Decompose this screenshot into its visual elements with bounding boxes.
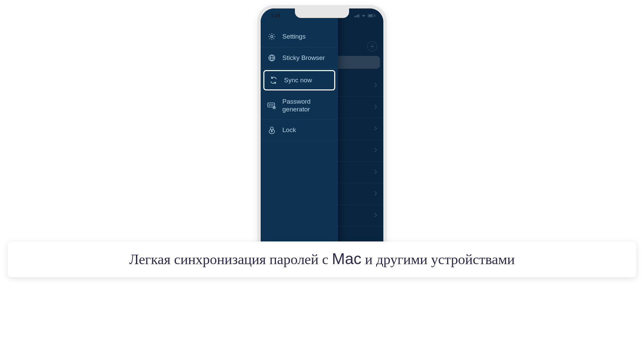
phone-notch <box>295 8 349 18</box>
caption-text-after: и другими устройствами <box>361 252 515 267</box>
chevron-right-icon <box>374 147 377 154</box>
caption-text-before: Легкая синхронизация паролей с <box>129 252 332 267</box>
svg-rect-2 <box>357 15 358 17</box>
chevron-right-icon <box>374 212 377 219</box>
svg-point-15 <box>271 130 272 131</box>
phone-frame: 1:28 <box>257 5 387 269</box>
status-indicators <box>354 14 375 18</box>
svg-point-12 <box>273 105 273 105</box>
sidebar-item-label: Password generator <box>282 98 333 113</box>
chevron-right-icon <box>374 191 377 197</box>
lock-icon <box>267 126 276 135</box>
sidebar-item-sync-now[interactable]: Sync now <box>263 70 335 90</box>
sidebar-item-password-generator[interactable]: Password generator <box>261 92 338 120</box>
svg-point-11 <box>271 105 271 105</box>
chevron-right-icon <box>374 82 377 89</box>
battery-icon <box>368 14 375 18</box>
caption-card: Легкая синхронизация паролей с Mac и дру… <box>7 241 637 277</box>
status-time: 1:28 <box>271 13 280 18</box>
plus-icon <box>370 44 375 49</box>
svg-rect-5 <box>368 15 373 17</box>
sidebar-item-label: Sync now <box>284 77 312 84</box>
svg-rect-0 <box>354 16 355 17</box>
svg-point-10 <box>269 105 270 105</box>
add-button[interactable] <box>367 41 377 51</box>
gear-icon <box>267 32 276 41</box>
password-generator-icon <box>267 101 276 110</box>
globe-icon <box>267 54 276 62</box>
wifi-icon <box>361 14 366 18</box>
sidebar-item-label: Sticky Browser <box>282 54 325 62</box>
chevron-right-icon <box>374 126 377 132</box>
sidebar-item-lock[interactable]: Lock <box>261 120 338 141</box>
side-drawer: Settings Sticky Browser <box>261 8 338 266</box>
sync-icon <box>269 76 278 85</box>
caption-highlight: Mac <box>332 250 361 268</box>
svg-rect-1 <box>356 16 357 17</box>
sidebar-item-label: Settings <box>282 33 306 41</box>
chevron-right-icon <box>374 104 377 111</box>
chevron-right-icon <box>374 169 377 176</box>
sidebar-item-sticky-browser[interactable]: Sticky Browser <box>261 47 338 69</box>
screen-body: 1:28 <box>261 8 383 266</box>
cellular-icon <box>354 14 360 17</box>
sidebar-item-settings[interactable]: Settings <box>261 26 338 47</box>
svg-rect-6 <box>375 15 375 17</box>
sidebar-item-label: Lock <box>282 126 296 134</box>
svg-point-7 <box>271 36 273 38</box>
phone-screen: 1:28 <box>261 8 383 266</box>
svg-rect-3 <box>358 14 359 17</box>
